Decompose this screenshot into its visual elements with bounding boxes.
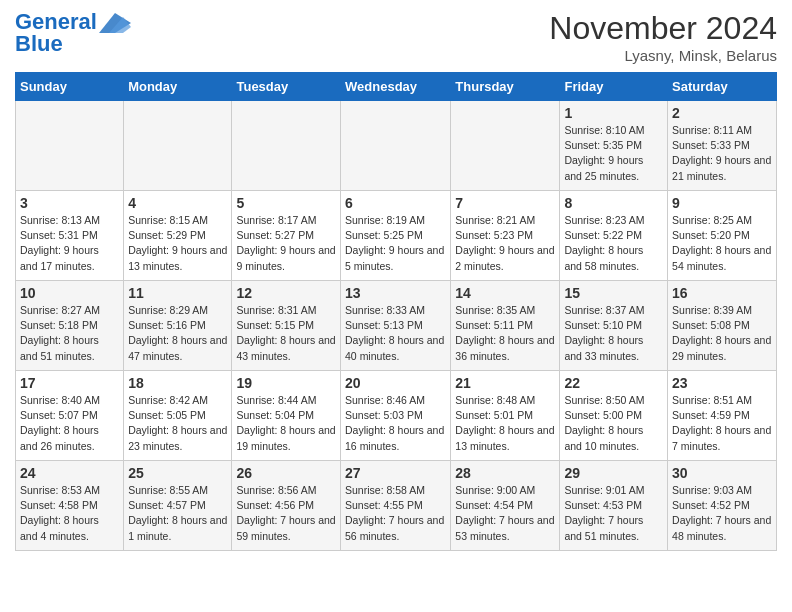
- logo-icon: [99, 13, 131, 33]
- calendar-cell: 16Sunrise: 8:39 AM Sunset: 5:08 PM Dayli…: [668, 281, 777, 371]
- day-number: 22: [564, 375, 663, 391]
- calendar-cell: 23Sunrise: 8:51 AM Sunset: 4:59 PM Dayli…: [668, 371, 777, 461]
- day-number: 10: [20, 285, 119, 301]
- calendar-cell: 20Sunrise: 8:46 AM Sunset: 5:03 PM Dayli…: [341, 371, 451, 461]
- day-info: Sunrise: 8:48 AM Sunset: 5:01 PM Dayligh…: [455, 393, 555, 454]
- logo-text-blue: Blue: [15, 32, 63, 56]
- calendar-cell: 2Sunrise: 8:11 AM Sunset: 5:33 PM Daylig…: [668, 101, 777, 191]
- day-info: Sunrise: 8:21 AM Sunset: 5:23 PM Dayligh…: [455, 213, 555, 274]
- calendar-week-4: 17Sunrise: 8:40 AM Sunset: 5:07 PM Dayli…: [16, 371, 777, 461]
- location: Lyasny, Minsk, Belarus: [549, 47, 777, 64]
- day-info: Sunrise: 8:11 AM Sunset: 5:33 PM Dayligh…: [672, 123, 772, 184]
- day-number: 15: [564, 285, 663, 301]
- day-number: 13: [345, 285, 446, 301]
- day-number: 18: [128, 375, 227, 391]
- logo: General Blue: [15, 10, 131, 56]
- calendar-cell: 11Sunrise: 8:29 AM Sunset: 5:16 PM Dayli…: [124, 281, 232, 371]
- title-block: November 2024 Lyasny, Minsk, Belarus: [549, 10, 777, 64]
- day-info: Sunrise: 8:50 AM Sunset: 5:00 PM Dayligh…: [564, 393, 663, 454]
- calendar-cell: 24Sunrise: 8:53 AM Sunset: 4:58 PM Dayli…: [16, 461, 124, 551]
- calendar-cell: 15Sunrise: 8:37 AM Sunset: 5:10 PM Dayli…: [560, 281, 668, 371]
- calendar-cell: [451, 101, 560, 191]
- day-number: 2: [672, 105, 772, 121]
- day-number: 28: [455, 465, 555, 481]
- day-number: 6: [345, 195, 446, 211]
- calendar-cell: 25Sunrise: 8:55 AM Sunset: 4:57 PM Dayli…: [124, 461, 232, 551]
- day-number: 27: [345, 465, 446, 481]
- day-number: 30: [672, 465, 772, 481]
- calendar-cell: 26Sunrise: 8:56 AM Sunset: 4:56 PM Dayli…: [232, 461, 341, 551]
- day-info: Sunrise: 8:55 AM Sunset: 4:57 PM Dayligh…: [128, 483, 227, 544]
- calendar-cell: 27Sunrise: 8:58 AM Sunset: 4:55 PM Dayli…: [341, 461, 451, 551]
- calendar-cell: 3Sunrise: 8:13 AM Sunset: 5:31 PM Daylig…: [16, 191, 124, 281]
- calendar-cell: 10Sunrise: 8:27 AM Sunset: 5:18 PM Dayli…: [16, 281, 124, 371]
- calendar-cell: 1Sunrise: 8:10 AM Sunset: 5:35 PM Daylig…: [560, 101, 668, 191]
- day-info: Sunrise: 8:29 AM Sunset: 5:16 PM Dayligh…: [128, 303, 227, 364]
- day-number: 25: [128, 465, 227, 481]
- day-info: Sunrise: 8:53 AM Sunset: 4:58 PM Dayligh…: [20, 483, 119, 544]
- day-number: 29: [564, 465, 663, 481]
- day-info: Sunrise: 8:44 AM Sunset: 5:04 PM Dayligh…: [236, 393, 336, 454]
- calendar-cell: 8Sunrise: 8:23 AM Sunset: 5:22 PM Daylig…: [560, 191, 668, 281]
- calendar-week-2: 3Sunrise: 8:13 AM Sunset: 5:31 PM Daylig…: [16, 191, 777, 281]
- calendar-cell: 29Sunrise: 9:01 AM Sunset: 4:53 PM Dayli…: [560, 461, 668, 551]
- day-info: Sunrise: 8:42 AM Sunset: 5:05 PM Dayligh…: [128, 393, 227, 454]
- day-info: Sunrise: 8:13 AM Sunset: 5:31 PM Dayligh…: [20, 213, 119, 274]
- calendar-table: SundayMondayTuesdayWednesdayThursdayFrid…: [15, 72, 777, 551]
- day-info: Sunrise: 8:27 AM Sunset: 5:18 PM Dayligh…: [20, 303, 119, 364]
- day-number: 7: [455, 195, 555, 211]
- calendar-cell: 6Sunrise: 8:19 AM Sunset: 5:25 PM Daylig…: [341, 191, 451, 281]
- day-info: Sunrise: 8:37 AM Sunset: 5:10 PM Dayligh…: [564, 303, 663, 364]
- month-title: November 2024: [549, 10, 777, 47]
- calendar-cell: 4Sunrise: 8:15 AM Sunset: 5:29 PM Daylig…: [124, 191, 232, 281]
- calendar-cell: 14Sunrise: 8:35 AM Sunset: 5:11 PM Dayli…: [451, 281, 560, 371]
- calendar-cell: [232, 101, 341, 191]
- calendar-cell: 30Sunrise: 9:03 AM Sunset: 4:52 PM Dayli…: [668, 461, 777, 551]
- day-info: Sunrise: 8:39 AM Sunset: 5:08 PM Dayligh…: [672, 303, 772, 364]
- day-info: Sunrise: 8:31 AM Sunset: 5:15 PM Dayligh…: [236, 303, 336, 364]
- weekday-header-monday: Monday: [124, 73, 232, 101]
- day-number: 17: [20, 375, 119, 391]
- day-info: Sunrise: 8:10 AM Sunset: 5:35 PM Dayligh…: [564, 123, 663, 184]
- day-number: 26: [236, 465, 336, 481]
- day-info: Sunrise: 8:58 AM Sunset: 4:55 PM Dayligh…: [345, 483, 446, 544]
- calendar-cell: [124, 101, 232, 191]
- day-info: Sunrise: 8:35 AM Sunset: 5:11 PM Dayligh…: [455, 303, 555, 364]
- weekday-header-wednesday: Wednesday: [341, 73, 451, 101]
- day-number: 4: [128, 195, 227, 211]
- day-number: 14: [455, 285, 555, 301]
- day-number: 11: [128, 285, 227, 301]
- day-number: 16: [672, 285, 772, 301]
- day-number: 1: [564, 105, 663, 121]
- weekday-header-row: SundayMondayTuesdayWednesdayThursdayFrid…: [16, 73, 777, 101]
- day-info: Sunrise: 8:19 AM Sunset: 5:25 PM Dayligh…: [345, 213, 446, 274]
- day-info: Sunrise: 8:40 AM Sunset: 5:07 PM Dayligh…: [20, 393, 119, 454]
- calendar-cell: 17Sunrise: 8:40 AM Sunset: 5:07 PM Dayli…: [16, 371, 124, 461]
- day-number: 3: [20, 195, 119, 211]
- day-info: Sunrise: 8:17 AM Sunset: 5:27 PM Dayligh…: [236, 213, 336, 274]
- day-number: 20: [345, 375, 446, 391]
- header: General Blue November 2024 Lyasny, Minsk…: [15, 10, 777, 64]
- day-info: Sunrise: 8:15 AM Sunset: 5:29 PM Dayligh…: [128, 213, 227, 274]
- weekday-header-thursday: Thursday: [451, 73, 560, 101]
- day-number: 8: [564, 195, 663, 211]
- calendar-cell: 19Sunrise: 8:44 AM Sunset: 5:04 PM Dayli…: [232, 371, 341, 461]
- day-info: Sunrise: 8:33 AM Sunset: 5:13 PM Dayligh…: [345, 303, 446, 364]
- day-number: 9: [672, 195, 772, 211]
- calendar-cell: 13Sunrise: 8:33 AM Sunset: 5:13 PM Dayli…: [341, 281, 451, 371]
- day-number: 24: [20, 465, 119, 481]
- day-info: Sunrise: 8:25 AM Sunset: 5:20 PM Dayligh…: [672, 213, 772, 274]
- day-info: Sunrise: 8:51 AM Sunset: 4:59 PM Dayligh…: [672, 393, 772, 454]
- calendar-cell: 18Sunrise: 8:42 AM Sunset: 5:05 PM Dayli…: [124, 371, 232, 461]
- day-info: Sunrise: 8:56 AM Sunset: 4:56 PM Dayligh…: [236, 483, 336, 544]
- day-info: Sunrise: 9:01 AM Sunset: 4:53 PM Dayligh…: [564, 483, 663, 544]
- day-number: 21: [455, 375, 555, 391]
- calendar-cell: 22Sunrise: 8:50 AM Sunset: 5:00 PM Dayli…: [560, 371, 668, 461]
- calendar-week-1: 1Sunrise: 8:10 AM Sunset: 5:35 PM Daylig…: [16, 101, 777, 191]
- calendar-cell: 28Sunrise: 9:00 AM Sunset: 4:54 PM Dayli…: [451, 461, 560, 551]
- calendar-cell: 21Sunrise: 8:48 AM Sunset: 5:01 PM Dayli…: [451, 371, 560, 461]
- weekday-header-sunday: Sunday: [16, 73, 124, 101]
- weekday-header-saturday: Saturday: [668, 73, 777, 101]
- day-info: Sunrise: 8:46 AM Sunset: 5:03 PM Dayligh…: [345, 393, 446, 454]
- calendar-cell: 12Sunrise: 8:31 AM Sunset: 5:15 PM Dayli…: [232, 281, 341, 371]
